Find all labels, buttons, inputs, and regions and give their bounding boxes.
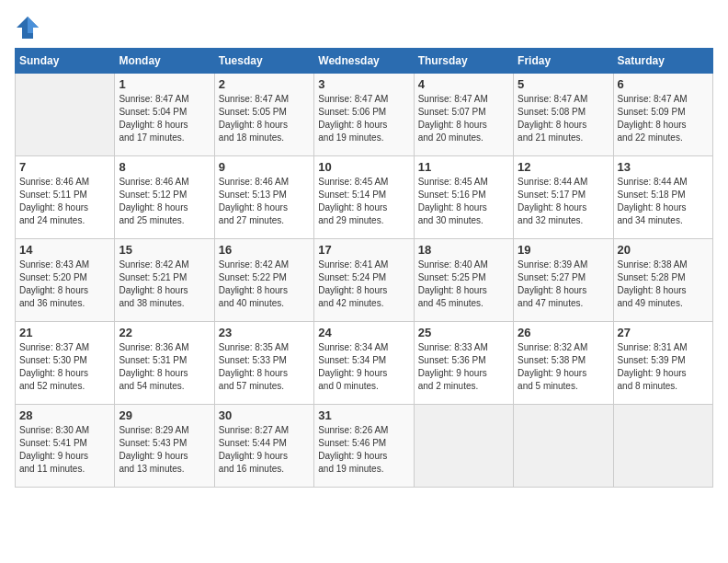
day-number: 30 [219, 408, 310, 422]
day-number: 28 [19, 408, 110, 422]
calendar-cell: 10Sunrise: 8:45 AM Sunset: 5:14 PM Dayli… [314, 156, 414, 239]
day-number: 16 [219, 243, 310, 257]
day-info: Sunrise: 8:44 AM Sunset: 5:17 PM Dayligh… [518, 176, 609, 227]
day-info: Sunrise: 8:40 AM Sunset: 5:25 PM Dayligh… [418, 259, 509, 310]
day-number: 3 [318, 77, 409, 91]
calendar-week-row: 28Sunrise: 8:30 AM Sunset: 5:41 PM Dayli… [16, 405, 713, 488]
day-number: 14 [19, 243, 110, 257]
day-info: Sunrise: 8:42 AM Sunset: 5:22 PM Dayligh… [219, 259, 310, 310]
day-info: Sunrise: 8:45 AM Sunset: 5:16 PM Dayligh… [418, 176, 509, 227]
calendar-cell: 17Sunrise: 8:41 AM Sunset: 5:24 PM Dayli… [314, 239, 414, 322]
weekday-header: Monday [115, 49, 214, 74]
day-info: Sunrise: 8:47 AM Sunset: 5:05 PM Dayligh… [219, 93, 310, 144]
day-info: Sunrise: 8:47 AM Sunset: 5:04 PM Dayligh… [119, 93, 210, 144]
calendar-cell: 31Sunrise: 8:26 AM Sunset: 5:46 PM Dayli… [314, 405, 414, 488]
day-info: Sunrise: 8:45 AM Sunset: 5:14 PM Dayligh… [318, 176, 409, 227]
day-info: Sunrise: 8:39 AM Sunset: 5:27 PM Dayligh… [518, 259, 609, 310]
calendar-cell: 7Sunrise: 8:46 AM Sunset: 5:11 PM Daylig… [16, 156, 115, 239]
day-info: Sunrise: 8:38 AM Sunset: 5:28 PM Dayligh… [618, 259, 709, 310]
calendar-cell: 24Sunrise: 8:34 AM Sunset: 5:34 PM Dayli… [314, 322, 414, 405]
day-number: 9 [219, 160, 310, 174]
calendar-cell: 9Sunrise: 8:46 AM Sunset: 5:13 PM Daylig… [214, 156, 313, 239]
weekday-header: Wednesday [314, 49, 414, 74]
calendar-cell: 26Sunrise: 8:32 AM Sunset: 5:38 PM Dayli… [514, 322, 613, 405]
day-number: 12 [518, 160, 609, 174]
logo-icon [15, 15, 40, 40]
day-number: 19 [518, 243, 609, 257]
calendar-cell [414, 405, 513, 488]
day-info: Sunrise: 8:46 AM Sunset: 5:11 PM Dayligh… [19, 176, 110, 227]
calendar-cell: 27Sunrise: 8:31 AM Sunset: 5:39 PM Dayli… [613, 322, 712, 405]
calendar-cell: 20Sunrise: 8:38 AM Sunset: 5:28 PM Dayli… [613, 239, 712, 322]
calendar-cell: 25Sunrise: 8:33 AM Sunset: 5:36 PM Dayli… [414, 322, 513, 405]
day-info: Sunrise: 8:47 AM Sunset: 5:07 PM Dayligh… [418, 93, 509, 144]
day-info: Sunrise: 8:47 AM Sunset: 5:06 PM Dayligh… [318, 93, 409, 144]
day-info: Sunrise: 8:31 AM Sunset: 5:39 PM Dayligh… [618, 341, 709, 393]
day-number: 13 [618, 160, 709, 174]
day-info: Sunrise: 8:42 AM Sunset: 5:21 PM Dayligh… [119, 259, 210, 310]
day-number: 31 [318, 408, 409, 422]
calendar-week-row: 21Sunrise: 8:37 AM Sunset: 5:30 PM Dayli… [16, 322, 713, 405]
day-number: 8 [119, 160, 210, 174]
calendar-cell [514, 405, 613, 488]
day-info: Sunrise: 8:36 AM Sunset: 5:31 PM Dayligh… [119, 341, 210, 393]
day-number: 7 [19, 160, 110, 174]
day-info: Sunrise: 8:27 AM Sunset: 5:44 PM Dayligh… [219, 424, 310, 476]
calendar-cell: 2Sunrise: 8:47 AM Sunset: 5:05 PM Daylig… [214, 74, 313, 156]
day-info: Sunrise: 8:47 AM Sunset: 5:09 PM Dayligh… [618, 93, 709, 144]
day-number: 5 [518, 77, 609, 91]
day-info: Sunrise: 8:43 AM Sunset: 5:20 PM Dayligh… [19, 259, 110, 310]
day-number: 18 [418, 243, 509, 257]
calendar-cell: 28Sunrise: 8:30 AM Sunset: 5:41 PM Dayli… [16, 405, 115, 488]
day-number: 15 [119, 243, 210, 257]
calendar-cell: 11Sunrise: 8:45 AM Sunset: 5:16 PM Dayli… [414, 156, 513, 239]
day-info: Sunrise: 8:41 AM Sunset: 5:24 PM Dayligh… [318, 259, 409, 310]
calendar-cell: 5Sunrise: 8:47 AM Sunset: 5:08 PM Daylig… [514, 74, 613, 156]
day-info: Sunrise: 8:44 AM Sunset: 5:18 PM Dayligh… [618, 176, 709, 227]
calendar-cell: 22Sunrise: 8:36 AM Sunset: 5:31 PM Dayli… [115, 322, 214, 405]
day-number: 2 [219, 77, 310, 91]
calendar-week-row: 14Sunrise: 8:43 AM Sunset: 5:20 PM Dayli… [16, 239, 713, 322]
calendar-week-row: 1Sunrise: 8:47 AM Sunset: 5:04 PM Daylig… [16, 74, 713, 156]
weekday-header: Saturday [613, 49, 712, 74]
day-number: 6 [618, 77, 709, 91]
calendar-cell: 23Sunrise: 8:35 AM Sunset: 5:33 PM Dayli… [214, 322, 313, 405]
calendar-cell [613, 405, 712, 488]
calendar-cell: 8Sunrise: 8:46 AM Sunset: 5:12 PM Daylig… [115, 156, 214, 239]
calendar-cell: 6Sunrise: 8:47 AM Sunset: 5:09 PM Daylig… [613, 74, 712, 156]
day-number: 10 [318, 160, 409, 174]
day-info: Sunrise: 8:26 AM Sunset: 5:46 PM Dayligh… [318, 424, 409, 476]
logo [15, 15, 42, 40]
day-number: 29 [119, 408, 210, 422]
calendar-cell: 15Sunrise: 8:42 AM Sunset: 5:21 PM Dayli… [115, 239, 214, 322]
day-info: Sunrise: 8:29 AM Sunset: 5:43 PM Dayligh… [119, 424, 210, 476]
svg-marker-1 [28, 17, 39, 33]
calendar-cell: 19Sunrise: 8:39 AM Sunset: 5:27 PM Dayli… [514, 239, 613, 322]
day-info: Sunrise: 8:47 AM Sunset: 5:08 PM Dayligh… [518, 93, 609, 144]
calendar-cell: 30Sunrise: 8:27 AM Sunset: 5:44 PM Dayli… [214, 405, 313, 488]
page-header [15, 15, 713, 40]
day-number: 4 [418, 77, 509, 91]
calendar-cell: 18Sunrise: 8:40 AM Sunset: 5:25 PM Dayli… [414, 239, 513, 322]
day-info: Sunrise: 8:30 AM Sunset: 5:41 PM Dayligh… [19, 424, 110, 476]
calendar-cell: 21Sunrise: 8:37 AM Sunset: 5:30 PM Dayli… [16, 322, 115, 405]
calendar-week-row: 7Sunrise: 8:46 AM Sunset: 5:11 PM Daylig… [16, 156, 713, 239]
day-info: Sunrise: 8:33 AM Sunset: 5:36 PM Dayligh… [418, 341, 509, 393]
day-number: 23 [219, 326, 310, 339]
day-number: 20 [618, 243, 709, 257]
day-number: 27 [618, 326, 709, 339]
day-number: 24 [318, 326, 409, 339]
day-info: Sunrise: 8:46 AM Sunset: 5:13 PM Dayligh… [219, 176, 310, 227]
day-number: 26 [518, 326, 609, 339]
day-number: 21 [19, 326, 110, 339]
calendar-cell: 12Sunrise: 8:44 AM Sunset: 5:17 PM Dayli… [514, 156, 613, 239]
weekday-header-row: SundayMondayTuesdayWednesdayThursdayFrid… [16, 49, 713, 74]
day-info: Sunrise: 8:35 AM Sunset: 5:33 PM Dayligh… [219, 341, 310, 393]
calendar-cell: 1Sunrise: 8:47 AM Sunset: 5:04 PM Daylig… [115, 74, 214, 156]
calendar-table: SundayMondayTuesdayWednesdayThursdayFrid… [15, 48, 713, 488]
weekday-header: Sunday [16, 49, 115, 74]
calendar-cell: 14Sunrise: 8:43 AM Sunset: 5:20 PM Dayli… [16, 239, 115, 322]
day-info: Sunrise: 8:34 AM Sunset: 5:34 PM Dayligh… [318, 341, 409, 393]
weekday-header: Tuesday [214, 49, 313, 74]
day-info: Sunrise: 8:37 AM Sunset: 5:30 PM Dayligh… [19, 341, 110, 393]
